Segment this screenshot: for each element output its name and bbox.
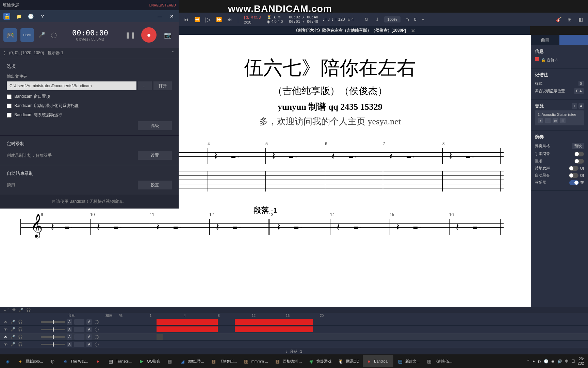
audio-clip[interactable] xyxy=(157,334,163,340)
auto-a-button-2[interactable]: A xyxy=(86,342,92,347)
track-headphone-icon[interactable]: 🎧 xyxy=(18,327,23,332)
pan-knob[interactable] xyxy=(74,334,84,340)
repeat-toggle[interactable] xyxy=(574,159,584,164)
display-info-bar[interactable]: ) - (0, 0), (1920, 1080) - 显示器 1 ⌃ xyxy=(0,48,179,58)
mic-icon[interactable]: 🎤 xyxy=(37,31,46,39)
mixer-track-1[interactable]: 👁 🎤 🎧 A A ◯ xyxy=(0,318,588,326)
taskbar-item[interactable]: ◢0001.哔... xyxy=(177,355,207,367)
taskbar-item[interactable]: ▦巴黎德州 ... xyxy=(272,355,305,367)
folder-icon[interactable]: 📁 xyxy=(15,13,22,20)
autobrush-toggle[interactable] xyxy=(569,173,578,178)
style-button[interactable]: S xyxy=(578,81,584,86)
mixer-eye-icon[interactable]: 👁 xyxy=(12,308,16,312)
instrument-item[interactable]: 1. Acoustic Guitar (stee ♪ — ▭ ⊞ xyxy=(535,110,584,125)
auto-a-button-2[interactable]: A xyxy=(86,319,92,325)
advanced-button[interactable]: 高级 xyxy=(138,121,172,130)
mixer-track-2[interactable]: 👁 🎤 🎧 A A ◯ xyxy=(0,326,588,333)
track-eye-icon[interactable]: 👁 xyxy=(3,342,8,347)
taskbar-item[interactable]: ▦《刺客伍... xyxy=(208,355,240,367)
output-path-input[interactable] xyxy=(7,81,136,90)
tab-blank[interactable] xyxy=(559,35,588,45)
screenshot-button[interactable]: 📷 xyxy=(160,27,175,43)
taskbar-item[interactable]: eThe Way... xyxy=(59,355,91,367)
metronome-icon[interactable]: ♩ xyxy=(373,15,381,24)
palm-mute-toggle[interactable] xyxy=(574,152,584,156)
close-document-icon[interactable]: ✕ xyxy=(411,28,415,33)
pan-knob[interactable] xyxy=(74,319,84,325)
taskbar-item[interactable]: ▦mmmm ... xyxy=(240,355,271,367)
track-mic-icon[interactable]: 🎤 xyxy=(10,342,16,347)
help-icon[interactable]: ? xyxy=(39,13,46,20)
webcam-icon[interactable]: ◯ xyxy=(49,31,58,39)
browse-button[interactable]: ... xyxy=(138,81,152,90)
track-headphone-icon[interactable]: 🎧 xyxy=(18,319,23,325)
guitar-icon[interactable]: 🎸 xyxy=(555,15,563,24)
expand-icon[interactable]: ⌃ xyxy=(171,50,175,55)
tray-icon[interactable]: 🕐 xyxy=(544,359,549,364)
instrument-icon-2[interactable]: — xyxy=(545,118,551,123)
system-tray[interactable]: ⌃ ● ◐ 🕐 ◉ 🔊 中 田 23: 202 xyxy=(527,357,587,366)
timeline-ruler[interactable]: 1 4 8 12 16 20 xyxy=(150,314,588,318)
track-mic-icon[interactable]: 🎤 xyxy=(10,327,16,332)
tray-icon[interactable]: ◐ xyxy=(538,359,541,364)
play-next-icon[interactable]: ⏩ xyxy=(215,15,223,24)
add-source-button[interactable]: + xyxy=(572,103,577,109)
plus-icon[interactable]: + xyxy=(419,15,427,24)
clock-icon[interactable]: 🕐 xyxy=(27,13,34,20)
audio-clip[interactable] xyxy=(235,319,313,325)
solo-icon[interactable]: ◯ xyxy=(94,334,99,340)
panel-icon[interactable]: ◧ xyxy=(576,15,585,24)
track-mic-icon[interactable]: 🎤 xyxy=(10,334,16,340)
instrument-icon-3[interactable]: ▭ xyxy=(553,118,558,123)
close-icon[interactable]: ✕ xyxy=(168,13,175,20)
track-color-swatch[interactable] xyxy=(535,57,539,61)
source-a-button[interactable]: A xyxy=(578,103,584,109)
pan-knob[interactable] xyxy=(74,327,84,332)
auto-a-button[interactable]: A xyxy=(67,334,72,340)
play-icon[interactable]: ▷ xyxy=(204,15,212,24)
audio-clip[interactable] xyxy=(235,326,313,332)
open-folder-button[interactable]: 打开 xyxy=(153,81,172,90)
track-headphone-icon[interactable]: 🎧 xyxy=(18,342,23,347)
taskbar-item[interactable]: ● xyxy=(92,355,104,367)
track-headphone-icon[interactable]: 🎧 xyxy=(18,334,23,340)
solo-icon[interactable]: ◯ xyxy=(94,327,99,332)
volume-slider[interactable] xyxy=(41,321,65,323)
clock[interactable]: 23: 202 xyxy=(578,357,584,366)
zoom-display[interactable]: 100% xyxy=(384,16,401,22)
volume-slider[interactable] xyxy=(41,344,65,345)
taskbar-item[interactable]: ▦《刺客伍... xyxy=(423,355,455,367)
taskbar-item[interactable]: 🐧腾讯QQ xyxy=(335,355,362,367)
always-on-top-checkbox[interactable]: Bandicam 窗口置顶 xyxy=(7,94,172,99)
audio-clip[interactable] xyxy=(157,319,218,325)
tray-icon[interactable]: ◉ xyxy=(551,359,555,364)
auto-a-button-2[interactable]: A xyxy=(86,334,92,340)
fretboard-icon[interactable]: ⊞ xyxy=(566,15,574,24)
ime-kb[interactable]: 田 xyxy=(571,359,575,364)
mixer-mic-icon[interactable]: 🎤 xyxy=(19,308,23,312)
mixer-track-4[interactable]: 👁 🎤 🎧 A A ◯ xyxy=(0,341,588,348)
auto-a-button[interactable]: A xyxy=(67,327,72,332)
auto-a-button-2[interactable]: A xyxy=(86,327,92,332)
pan-knob[interactable] xyxy=(74,342,84,347)
volume-slider[interactable] xyxy=(41,336,65,338)
mixer-headphone-icon[interactable]: 🎧 xyxy=(26,308,31,312)
track-eye-icon[interactable]: 👁 xyxy=(3,334,8,340)
tab-song[interactable]: 曲目 xyxy=(531,35,559,45)
tray-icon[interactable]: 🔊 xyxy=(557,359,562,364)
minimize-icon[interactable]: — xyxy=(157,13,163,20)
play-last-icon[interactable]: ⏭ xyxy=(226,15,234,24)
lock-icon[interactable]: 🔒 xyxy=(3,13,10,20)
hdmi-mode-button[interactable]: HDMI xyxy=(20,28,34,42)
strings-toggle[interactable] xyxy=(569,180,579,185)
play-first-icon[interactable]: ⏮ xyxy=(182,15,190,24)
auto-a-button[interactable]: A xyxy=(67,342,72,347)
taskbar-item[interactable]: ▤Transcri... xyxy=(104,355,135,367)
taskbar-item[interactable]: ◐ xyxy=(46,355,59,367)
solo-icon[interactable]: ◯ xyxy=(94,342,99,347)
taskbar-item[interactable]: ▶QQ影音 xyxy=(136,355,163,367)
autostart-checkbox[interactable]: Bandicam 随系统启动运行 xyxy=(7,112,172,118)
taskbar-item[interactable]: ◈ xyxy=(1,355,14,367)
tuning-fork-icon[interactable]: ⫛ xyxy=(403,15,411,24)
track-eye-icon[interactable]: 👁 xyxy=(3,319,8,325)
